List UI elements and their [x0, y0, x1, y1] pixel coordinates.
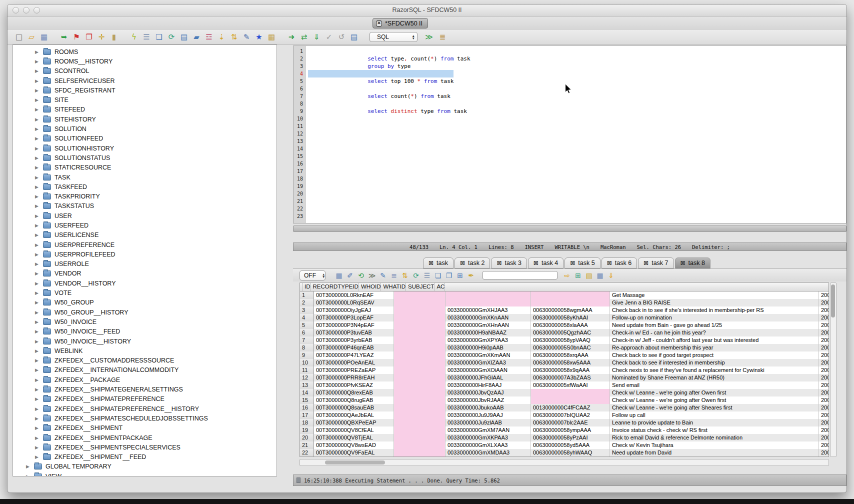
- recordtypeid-cell[interactable]: [394, 359, 446, 366]
- subject-cell[interactable]: Rick to email David & reference Delmonte…: [610, 434, 819, 442]
- view-statement-icon[interactable]: ≫: [368, 271, 376, 280]
- table-row[interactable]: 20 00T3000000QV8TjEAL 0033000000GmXKPAA3…: [300, 434, 828, 442]
- disconnect-icon[interactable]: ⚑: [72, 32, 81, 42]
- whoid-cell[interactable]: 0033000000GmXIZAA3: [446, 359, 531, 366]
- whoid-cell[interactable]: 0033000000GmXOiAAN: [446, 366, 531, 374]
- activitydate-cell[interactable]: 200: [819, 449, 828, 456]
- tree-item[interactable]: ▶ SFDC_REGISTRANT: [13, 86, 276, 95]
- id-cell[interactable]: 00T3000000QBXPeEAP: [314, 419, 394, 426]
- disclosure-triangle-icon[interactable]: ▶: [35, 223, 43, 228]
- whoid-cell[interactable]: 0033000000GmXPYAA3: [446, 336, 531, 344]
- id-cell[interactable]: 00T3000000Q8rexEAB: [314, 389, 394, 396]
- export-data-icon[interactable]: ❏: [154, 32, 164, 42]
- disclosure-triangle-icon[interactable]: ▶: [26, 474, 34, 476]
- copy-object-icon[interactable]: ❐: [84, 32, 94, 42]
- id-cell[interactable]: 00T3000000QV8TjEAL: [314, 434, 394, 442]
- run-selected-icon[interactable]: ≫: [424, 32, 434, 42]
- subject-cell[interactable]: Give Jenn a BIG RAISE: [610, 299, 819, 306]
- tree-item[interactable]: ▶ W50_GROUP: [13, 298, 276, 308]
- tree-item[interactable]: ▶ ZKFEDEX__SHIPMATEPREFERENCE__HISTORY: [13, 404, 276, 414]
- copy-table-icon[interactable]: ⊞: [456, 271, 464, 280]
- subject-cell[interactable]: Need update from David: [610, 449, 819, 456]
- whatid-cell[interactable]: 0013000000C4fFCAAZ: [531, 404, 610, 412]
- primary-key-icon[interactable]: ✒: [466, 271, 476, 280]
- document-tab[interactable]: ✕ *SFDCW50 II: [372, 18, 428, 28]
- close-tab-icon[interactable]: ⊠: [644, 260, 648, 266]
- tree-item[interactable]: ▶ GLOBAL TEMPORARY: [13, 462, 276, 472]
- tree-item[interactable]: ▶ SOLUTIONFEED: [13, 134, 276, 144]
- activitydate-cell[interactable]: 200: [819, 352, 828, 359]
- whatid-cell[interactable]: 006300000058ympAAA: [531, 426, 610, 434]
- next-page-icon[interactable]: ⇨: [562, 271, 572, 280]
- result-tab[interactable]: ⊠ task: [423, 258, 454, 268]
- disclosure-triangle-icon[interactable]: ▶: [35, 156, 43, 160]
- reload-table-icon[interactable]: ⟳: [412, 271, 420, 280]
- disclosure-triangle-icon[interactable]: ▶: [35, 184, 43, 190]
- table-row[interactable]: 19 00T3000000QV8CfEAL 0033000000GmXM7AAN…: [300, 426, 828, 434]
- whatid-cell[interactable]: [531, 292, 610, 299]
- activitydate-cell[interactable]: 200: [819, 314, 828, 322]
- tree-item[interactable]: ▶ TASKFEED: [13, 182, 276, 192]
- results-window-icon[interactable]: ▤: [350, 32, 358, 42]
- disclosure-triangle-icon[interactable]: ▶: [35, 426, 43, 430]
- activitydate-cell[interactable]: 200: [819, 426, 828, 434]
- column-info-icon[interactable]: ☰: [422, 271, 432, 280]
- tree-item[interactable]: ▶ VOTE: [13, 288, 276, 298]
- table-row[interactable]: 9 00T3000000P47LYEAZ 0033000000GmXKmAAN …: [300, 352, 828, 359]
- whoid-cell[interactable]: 0033000000JbvRJAAZ: [446, 396, 531, 404]
- id-cell[interactable]: 00T3000000P3tuvEAB: [314, 329, 394, 336]
- recordtypeid-cell[interactable]: [394, 322, 446, 329]
- activitydate-cell[interactable]: 200: [819, 344, 828, 352]
- whoid-cell[interactable]: [446, 299, 531, 306]
- disclosure-triangle-icon[interactable]: ▶: [35, 387, 43, 392]
- disclosure-triangle-icon[interactable]: ▶: [35, 262, 43, 266]
- whatid-cell[interactable]: 006300000058yPzAAI: [531, 434, 610, 442]
- table-row[interactable]: 21 00T3000000QV8wsEAD 0033000000GmXLXAA3…: [300, 442, 828, 449]
- disclosure-triangle-icon[interactable]: ▶: [35, 396, 43, 402]
- whatid-cell[interactable]: 006300000058yhWAAQ: [531, 449, 610, 456]
- close-tab-icon[interactable]: ⊠: [428, 260, 434, 266]
- whatid-cell[interactable]: 006300000058yd5AAA: [531, 442, 610, 449]
- id-cell[interactable]: 00T3000000L0RqSEAV: [314, 299, 394, 306]
- subject-cell[interactable]: Need update from Bain - gave go ahead 1/…: [610, 322, 819, 329]
- tree-item[interactable]: ▶ VIEW: [13, 472, 276, 476]
- disclosure-triangle-icon[interactable]: ▶: [35, 320, 43, 324]
- tree-item[interactable]: ▶ ZKFEDEX__CUSTOMADDRESSSOURCE: [13, 356, 276, 366]
- whoid-cell[interactable]: 0033000000H9aNBAAZ: [446, 329, 531, 336]
- recordtypeid-cell[interactable]: [394, 382, 446, 389]
- tree-item[interactable]: ▶ W50_INVOICE__HISTORY: [13, 336, 276, 346]
- activitydate-cell[interactable]: 200: [819, 292, 828, 299]
- disclosure-triangle-icon[interactable]: ▶: [35, 445, 43, 450]
- whoid-cell[interactable]: 0033000000GmXHJAA3: [446, 306, 531, 314]
- recordtypeid-cell[interactable]: [394, 389, 446, 396]
- id-cell[interactable]: 00T3000000QV8CfEAL: [314, 426, 394, 434]
- column-header[interactable]: WHOID: [359, 283, 382, 291]
- database-object-icon[interactable]: ▮: [110, 32, 118, 42]
- subject-cell[interactable]: Check-in w/ Ed - can he join this year?: [610, 329, 819, 336]
- activitydate-cell[interactable]: 200: [819, 359, 828, 366]
- whatid-cell[interactable]: [531, 389, 610, 396]
- table-row[interactable]: 4 00T3000000P3LopEAF 0033000000GmXKnAAN …: [300, 314, 828, 322]
- table-row[interactable]: 15 00T3000000Q8rugEAB 0033000000JbvRJAAZ…: [300, 396, 828, 404]
- id-cell[interactable]: 00T3000000L0RknEAF: [314, 292, 394, 299]
- describe-table-icon[interactable]: ☰: [142, 32, 151, 42]
- tree-item[interactable]: ▶ SELFSERVICEUSER: [13, 76, 276, 86]
- whoid-cell[interactable]: 0033000000GmXMDAA3: [446, 449, 531, 456]
- tree-item[interactable]: ▶ USERPROFILEFEED: [13, 250, 276, 259]
- close-tab-icon[interactable]: ⊠: [534, 260, 538, 266]
- activitydate-cell[interactable]: 200: [819, 434, 828, 442]
- subject-cell[interactable]: Send email: [610, 382, 819, 389]
- id-cell[interactable]: 00T3000000PREZaEAP: [314, 366, 394, 374]
- tree-item[interactable]: ▶ SCONTROL: [13, 66, 276, 76]
- subject-cell[interactable]: Check back to see if good target prospec…: [610, 352, 819, 359]
- connect-icon[interactable]: ➥: [60, 32, 68, 42]
- statement-type-select[interactable]: SQL ▲▼: [370, 32, 418, 42]
- whoid-cell[interactable]: 0033000000GmXM7AAN: [446, 426, 531, 434]
- disclosure-triangle-icon[interactable]: ▶: [35, 378, 43, 382]
- execute-statement-icon[interactable]: ➜: [287, 32, 296, 42]
- tree-item[interactable]: ▶ SITE: [13, 95, 276, 104]
- recordtypeid-cell[interactable]: [394, 352, 446, 359]
- table-row[interactable]: 6 00T3000000P3tuvEAB 0033000000H9aNBAAZ …: [300, 329, 828, 336]
- tree-item[interactable]: ▶ W50_GROUP__HISTORY: [13, 308, 276, 317]
- disclosure-triangle-icon[interactable]: ▶: [35, 406, 43, 412]
